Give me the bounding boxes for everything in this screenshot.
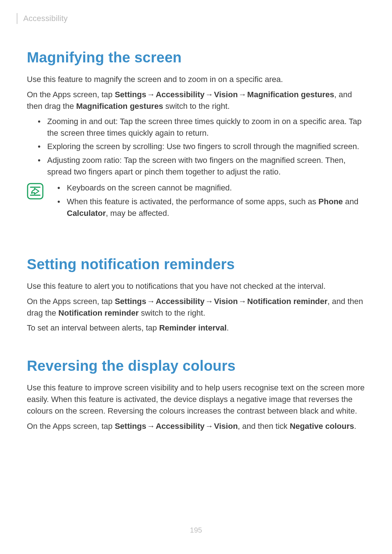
path-settings: Settings xyxy=(115,90,146,99)
text: , and then tick xyxy=(238,422,290,431)
list-item: Exploring the screen by scrolling: Use t… xyxy=(27,141,365,152)
path-vision: Vision xyxy=(214,90,238,99)
text: On the Apps screen, tap xyxy=(27,422,115,431)
text: , may be affected. xyxy=(106,209,169,218)
reverse-path: On the Apps screen, tap Settings→Accessi… xyxy=(27,420,365,432)
note-block: Keyboards on the screen cannot be magnif… xyxy=(27,182,365,221)
note-icon xyxy=(27,183,44,200)
svg-rect-0 xyxy=(28,184,43,199)
text: switch to the right. xyxy=(163,102,229,111)
text: When this feature is activated, the perf… xyxy=(67,197,318,206)
arrow-icon: → xyxy=(238,89,247,100)
text: switch to the right. xyxy=(139,308,205,317)
breadcrumb-text: Accessibility xyxy=(23,14,68,23)
text: . xyxy=(226,323,229,332)
reminders-path: On the Apps screen, tap Settings→Accessi… xyxy=(27,296,365,319)
heading-reverse: Reversing the display colours xyxy=(27,358,365,374)
path-magnification-gestures: Magnification gestures xyxy=(247,90,334,99)
path-accessibility: Accessibility xyxy=(156,90,205,99)
path-accessibility: Accessibility xyxy=(156,422,205,431)
note-list: Keyboards on the screen cannot be magnif… xyxy=(50,182,365,221)
arrow-icon: → xyxy=(204,89,214,100)
reminder-interval: Reminder interval xyxy=(159,323,226,332)
magnify-intro: Use this feature to magnify the screen a… xyxy=(27,74,365,85)
breadcrumb: Accessibility xyxy=(27,13,365,24)
app-calculator: Calculator xyxy=(67,209,106,218)
reverse-intro: Use this feature to improve screen visib… xyxy=(27,382,365,417)
negative-colours: Negative colours xyxy=(290,422,354,431)
switch-name: Notification reminder xyxy=(58,308,139,317)
arrow-icon: → xyxy=(146,296,156,307)
arrow-icon: → xyxy=(146,420,156,432)
path-settings: Settings xyxy=(115,297,146,306)
arrow-icon: → xyxy=(204,296,214,307)
list-item: Adjusting zoom ratio: Tap the screen wit… xyxy=(27,155,365,178)
text: and xyxy=(343,197,359,206)
reminders-intro: Use this feature to alert you to notific… xyxy=(27,280,365,292)
text: To set an interval between alerts, tap xyxy=(27,323,159,332)
text: . xyxy=(354,422,356,431)
path-settings: Settings xyxy=(115,422,146,431)
switch-name: Magnification gestures xyxy=(76,102,163,111)
app-phone: Phone xyxy=(318,197,343,206)
magnify-path: On the Apps screen, tap Settings→Accessi… xyxy=(27,89,365,112)
path-vision: Vision xyxy=(214,297,238,306)
heading-reminders: Setting notification reminders xyxy=(27,256,365,272)
heading-magnifying: Magnifying the screen xyxy=(27,49,365,66)
text: On the Apps screen, tap xyxy=(27,297,115,306)
reminders-interval: To set an interval between alerts, tap R… xyxy=(27,322,365,334)
arrow-icon: → xyxy=(146,89,156,100)
arrow-icon: → xyxy=(238,296,247,307)
breadcrumb-rule xyxy=(17,13,17,24)
page-number: 195 xyxy=(0,526,392,534)
magnify-bullets: Zooming in and out: Tap the screen three… xyxy=(27,116,365,178)
text: On the Apps screen, tap xyxy=(27,90,115,99)
path-notification-reminder: Notification reminder xyxy=(247,297,327,306)
arrow-icon: → xyxy=(204,420,214,432)
path-accessibility: Accessibility xyxy=(156,297,205,306)
path-vision: Vision xyxy=(214,422,238,431)
list-item: When this feature is activated, the perf… xyxy=(50,196,365,219)
list-item: Zooming in and out: Tap the screen three… xyxy=(27,116,365,139)
list-item: Keyboards on the screen cannot be magnif… xyxy=(50,182,365,194)
